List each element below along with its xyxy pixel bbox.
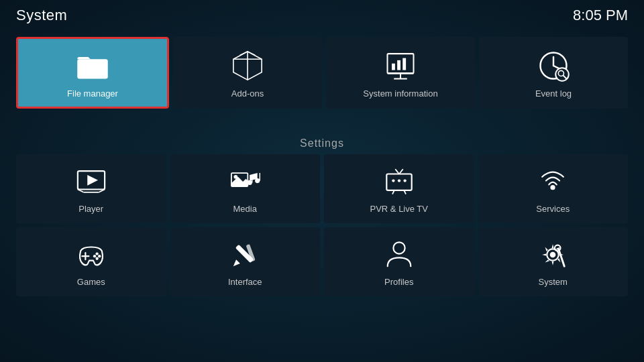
svg-point-47	[550, 252, 556, 258]
services-icon	[537, 166, 568, 197]
tile-profiles[interactable]: Profiles	[324, 227, 474, 296]
tile-services[interactable]: Services	[478, 154, 629, 223]
tile-label-profiles: Profiles	[384, 277, 413, 287]
svg-point-39	[95, 252, 98, 255]
tile-games[interactable]: Games	[16, 227, 166, 296]
media-icon	[229, 166, 260, 197]
svg-point-35	[403, 179, 406, 182]
app-title: System	[16, 7, 67, 24]
file-manager-icon	[75, 48, 110, 83]
tile-add-ons[interactable]: Add-ons	[173, 37, 322, 109]
system-icon	[537, 239, 568, 270]
tile-label-event-log: Event log	[535, 88, 572, 99]
tile-file-manager[interactable]: File manager	[16, 37, 169, 109]
event-log-icon	[536, 48, 571, 83]
player-icon	[76, 166, 107, 197]
svg-rect-7	[397, 60, 400, 70]
top-tile-row: File manager Add-ons System information	[0, 37, 644, 109]
svg-point-25	[255, 178, 260, 183]
interface-icon	[229, 239, 260, 270]
tile-label-system: System	[539, 277, 568, 287]
svg-rect-0	[77, 59, 108, 78]
tile-label-system-information: System information	[363, 88, 437, 99]
pvr-live-tv-icon	[384, 166, 415, 197]
tile-interface[interactable]: Interface	[170, 227, 321, 296]
profiles-icon	[384, 239, 415, 270]
header: System 8:05 PM	[0, 0, 644, 31]
svg-point-41	[93, 255, 96, 257]
tile-label-player: Player	[78, 204, 103, 214]
tile-event-log[interactable]: Event log	[479, 37, 628, 109]
svg-point-46	[393, 242, 405, 253]
tile-label-add-ons: Add-ons	[231, 88, 264, 99]
tile-system[interactable]: System	[478, 227, 629, 296]
settings-grid: Player Media	[16, 154, 628, 296]
tile-media[interactable]: Media	[170, 154, 321, 223]
svg-point-33	[392, 179, 394, 182]
tile-label-services: Services	[536, 204, 570, 214]
tile-label-media: Media	[233, 204, 257, 214]
settings-label: Settings	[0, 137, 644, 149]
system-information-icon	[383, 48, 418, 83]
svg-point-34	[398, 179, 400, 182]
svg-point-24	[248, 180, 252, 185]
tile-system-information[interactable]: System information	[326, 37, 475, 109]
svg-line-48	[559, 249, 565, 266]
svg-marker-44	[233, 259, 240, 266]
tile-label-file-manager: File manager	[67, 88, 118, 99]
clock: 8:05 PM	[573, 7, 628, 24]
tile-pvr-live-tv[interactable]: PVR & Live TV	[324, 154, 474, 223]
svg-rect-6	[392, 64, 395, 70]
svg-point-40	[95, 257, 98, 260]
svg-marker-20	[87, 175, 98, 186]
tile-player[interactable]: Player	[16, 154, 166, 223]
svg-point-42	[98, 255, 101, 257]
svg-point-36	[551, 185, 555, 190]
tile-label-games: Games	[77, 277, 105, 287]
games-icon	[76, 239, 107, 270]
svg-marker-23	[231, 177, 248, 186]
add-ons-icon	[230, 48, 265, 83]
tile-label-interface: Interface	[228, 277, 262, 287]
svg-rect-8	[402, 58, 406, 70]
tile-label-pvr-live-tv: PVR & Live TV	[370, 204, 428, 214]
